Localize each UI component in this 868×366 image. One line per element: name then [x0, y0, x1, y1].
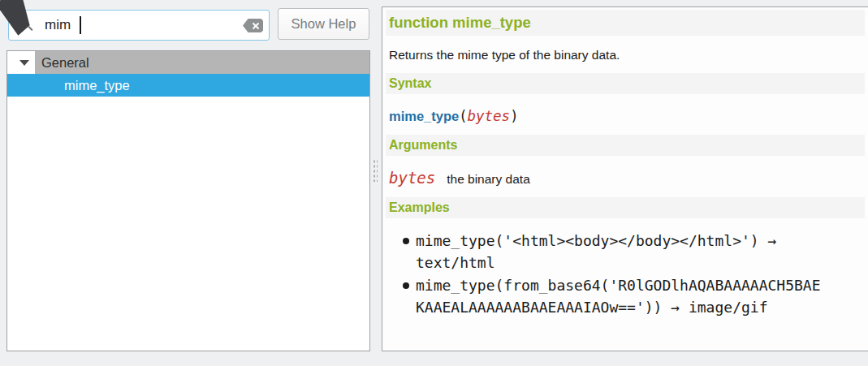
section-heading-arguments: Arguments [386, 135, 865, 156]
syntax-close-paren: ) [510, 108, 518, 124]
argument-description: the binary data [447, 172, 530, 187]
syntax-function-name: mime_type [389, 109, 459, 123]
argument-row: bytes the binary data [389, 169, 862, 187]
syntax-argument: bytes [467, 108, 510, 124]
bullet-icon [403, 282, 409, 289]
example-item: mime_type(from_base64('R0lGODlhAQABAAAAA… [403, 274, 865, 318]
text-caret [80, 16, 81, 34]
bullet-icon [403, 238, 409, 244]
help-title: function mime_type [386, 10, 865, 36]
syntax-open-paren: ( [459, 108, 467, 124]
example-text: mime_type('<html><body></body></html>') … [416, 230, 826, 273]
example-item: mime_type('<html><body></body></html>') … [403, 230, 865, 273]
tree-group-general[interactable]: General [7, 51, 369, 74]
help-panel: function mime_type Returns the mime type… [382, 6, 868, 351]
tree-item-mime-type[interactable]: mime_type [7, 74, 369, 97]
splitter-handle[interactable] [373, 159, 378, 182]
show-help-button[interactable]: Show Help [278, 8, 369, 40]
example-text: mime_type(from_base64('R0lGODlhAQABAAAAA… [416, 274, 826, 318]
search-input[interactable] [8, 10, 270, 41]
section-heading-syntax: Syntax [386, 73, 865, 94]
help-description: Returns the mime type of the binary data… [389, 48, 862, 62]
section-heading-examples: Examples [386, 197, 865, 218]
help-browser-window: Show Help General mime_type function mim… [0, 0, 868, 366]
function-tree: General mime_type [6, 50, 370, 351]
syntax-code-line: mime_type(bytes) [389, 108, 862, 124]
argument-name: bytes [389, 169, 435, 187]
chevron-down-icon[interactable] [19, 60, 29, 66]
search-field [8, 10, 270, 41]
examples-list: mime_type('<html><body></body></html>') … [403, 230, 865, 318]
tree-group-label: General [41, 51, 89, 74]
